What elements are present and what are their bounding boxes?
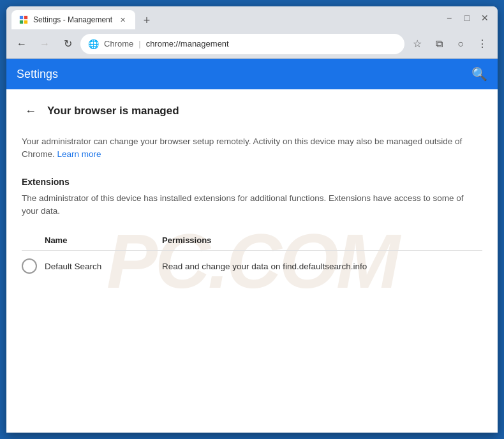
site-name: Chrome (104, 39, 133, 48)
ext-permissions: Read and change your data on find.defaul… (162, 262, 367, 271)
tab-title: Settings - Management (33, 15, 112, 24)
close-button[interactable]: ✕ (480, 13, 490, 23)
menu-button[interactable]: ⋮ (472, 34, 493, 54)
table-row: Default Search Read and change your data… (22, 251, 482, 281)
settings-title: Settings (17, 68, 58, 81)
col-name-header: Name (22, 235, 162, 245)
active-tab[interactable]: Settings - Management ✕ (11, 10, 135, 29)
extensions-description: The administrator of this device has ins… (22, 192, 482, 218)
page-title: Your browser is managed (47, 105, 179, 117)
account-button[interactable]: ○ (450, 34, 471, 54)
forward-button[interactable]: → (34, 34, 55, 54)
tab-strip: Settings - Management ✕ + (11, 6, 441, 29)
minimize-button[interactable]: − (444, 13, 454, 23)
page-back-button[interactable]: ← (22, 102, 40, 120)
ext-perm-cell: Read and change your data on find.defaul… (162, 262, 482, 271)
secure-icon: 🌐 (88, 39, 99, 49)
svg-rect-3 (24, 20, 27, 24)
extensions-table: Name Permissions Default Search Read and… (22, 230, 482, 281)
tab-favicon (19, 15, 28, 24)
new-tab-button[interactable]: + (138, 11, 156, 29)
ext-name-cell: Default Search (45, 262, 162, 271)
toolbar: ← → ↻ 🌐 Chrome | chrome://management ☆ ⧉… (6, 29, 498, 59)
ext-icon (22, 258, 37, 274)
extensions-section-title: Extensions (22, 177, 482, 187)
settings-header: Settings 🔍 (6, 59, 498, 89)
page-title-row: ← Your browser is managed (22, 102, 482, 120)
learn-more-link[interactable]: Learn more (57, 149, 101, 159)
table-header: Name Permissions (22, 230, 482, 251)
title-bar: Settings - Management ✕ + − □ ✕ (6, 6, 498, 29)
browser-window: Settings - Management ✕ + − □ ✕ ← → ↻ 🌐 … (6, 6, 498, 433)
svg-rect-1 (24, 16, 27, 19)
extensions-button[interactable]: ⧉ (429, 34, 449, 54)
ext-icon-cell (22, 258, 45, 274)
toolbar-actions: ☆ ⧉ ○ ⋮ (407, 34, 493, 54)
col-perm-header: Permissions (162, 235, 482, 245)
svg-rect-0 (20, 16, 23, 19)
svg-rect-2 (20, 20, 23, 24)
main-content: PC.COM ← Your browser is managed Your ad… (6, 89, 498, 433)
address-bar[interactable]: 🌐 Chrome | chrome://management (80, 34, 404, 54)
bookmark-button[interactable]: ☆ (407, 34, 427, 54)
back-button[interactable]: ← (11, 34, 32, 54)
window-controls: − □ ✕ (444, 13, 493, 23)
settings-search-icon[interactable]: 🔍 (471, 66, 487, 82)
content-area: ← Your browser is managed Your administr… (6, 89, 498, 294)
description-text: Your administrator can change your brows… (22, 135, 482, 161)
ext-name: Default Search (45, 262, 101, 271)
tab-close-button[interactable]: ✕ (117, 15, 128, 25)
reload-button[interactable]: ↻ (57, 34, 78, 54)
maximize-button[interactable]: □ (462, 13, 472, 23)
url-text: chrome://management (146, 39, 229, 48)
url-separator: | (138, 39, 140, 48)
